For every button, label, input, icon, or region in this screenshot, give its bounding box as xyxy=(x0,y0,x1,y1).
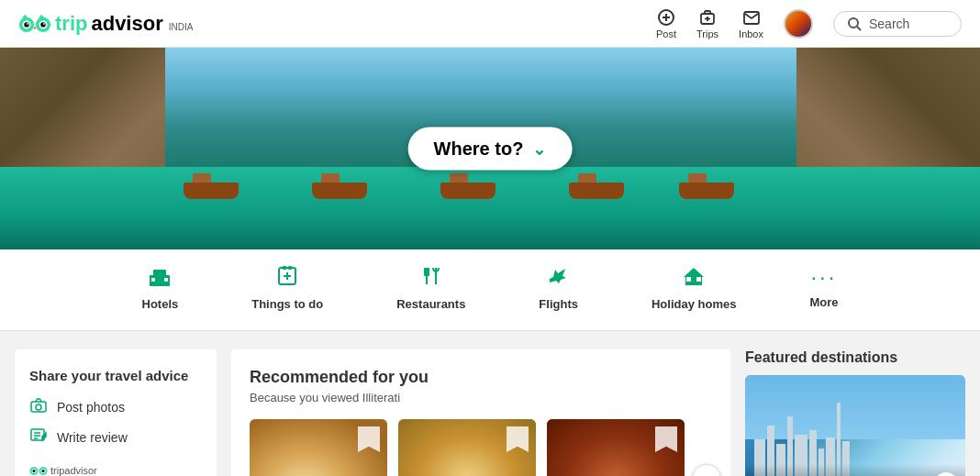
featured-title: Featured destinations xyxy=(745,349,965,366)
sidebar-title: Share your travel advice xyxy=(29,368,202,383)
write-review-item[interactable]: Write review xyxy=(29,428,202,446)
flights-label: Flights xyxy=(539,297,578,311)
rec-card-1[interactable] xyxy=(250,419,387,476)
svg-rect-32 xyxy=(691,279,696,285)
logo-trip: trip xyxy=(55,12,87,36)
plus-circle-icon xyxy=(657,8,675,27)
write-review-label: Write review xyxy=(57,430,128,445)
svg-rect-27 xyxy=(288,266,292,270)
nav-cat-flights[interactable]: Flights xyxy=(502,249,615,330)
featured-card-label: Dubai, United Arab Emirates xyxy=(745,464,965,476)
logo-area: tripadvisor INDIA xyxy=(18,12,193,36)
flights-icon xyxy=(547,266,571,290)
post-label: Post xyxy=(656,28,676,39)
logo-india: INDIA xyxy=(169,22,194,36)
holiday-homes-icon xyxy=(682,266,706,290)
rec-cards-container: › xyxy=(250,419,712,476)
recommended-title: Recommended for you xyxy=(250,368,712,387)
svg-rect-26 xyxy=(283,266,286,270)
suitcase-icon xyxy=(698,8,717,27)
nav-cat-things-to-do[interactable]: Things to do xyxy=(215,249,360,330)
where-to-label: Where to? xyxy=(434,138,524,160)
post-button[interactable]: Post xyxy=(656,8,676,39)
search-placeholder: Search xyxy=(869,17,909,31)
bottom-logo: tripadvisor xyxy=(29,464,202,476)
nav-cat-hotels[interactable]: Hotels xyxy=(106,249,216,330)
sidebar-left: Share your travel advice Post photos xyxy=(15,349,217,476)
trips-button[interactable]: Trips xyxy=(696,8,718,39)
svg-point-46 xyxy=(33,470,36,472)
boat-4 xyxy=(569,183,624,199)
boat-1 xyxy=(184,183,239,199)
tripadvisor-owl-icon xyxy=(18,13,51,35)
svg-marker-8 xyxy=(22,15,28,18)
boat-2 xyxy=(312,183,367,199)
recommended-subtitle: Because you viewed Illiterati xyxy=(250,391,712,404)
trips-label: Trips xyxy=(696,28,718,39)
things-to-do-label: Things to do xyxy=(251,297,323,311)
nav-cat-holiday-homes[interactable]: Holiday homes xyxy=(615,249,773,330)
camera-icon xyxy=(29,398,48,415)
svg-rect-23 xyxy=(151,278,155,282)
bottom-logo-text: tripadvisor xyxy=(50,465,97,476)
inbox-icon xyxy=(742,8,761,27)
svg-rect-33 xyxy=(686,277,691,282)
logo-advisor: advisor xyxy=(91,12,162,36)
svg-point-18 xyxy=(849,18,858,28)
restaurants-icon xyxy=(419,266,443,290)
pencil-icon xyxy=(29,428,48,446)
hero-section: Where to? ⌄ xyxy=(0,48,980,249)
svg-marker-9 xyxy=(39,15,45,18)
water xyxy=(0,167,980,249)
nav-cat-restaurants[interactable]: Restaurants xyxy=(360,249,502,330)
svg-point-47 xyxy=(42,470,45,472)
search-box[interactable]: Search xyxy=(833,11,962,37)
things-to-do-icon xyxy=(275,266,299,290)
header-actions: Post Trips Inbox Search xyxy=(656,8,962,39)
avatar[interactable] xyxy=(784,9,813,39)
more-icon: ··· xyxy=(810,266,837,288)
header: tripadvisor INDIA Post Trips xyxy=(0,0,980,48)
svg-point-36 xyxy=(36,404,41,410)
restaurants-label: Restaurants xyxy=(396,297,465,311)
boat-5 xyxy=(679,183,734,199)
rec-card-2[interactable] xyxy=(398,419,536,476)
svg-rect-22 xyxy=(157,279,162,286)
svg-marker-41 xyxy=(42,433,46,440)
chevron-down-icon: ⌄ xyxy=(532,138,546,159)
featured-card[interactable]: Dubai, United Arab Emirates ⊕ xyxy=(745,375,965,476)
svg-rect-34 xyxy=(696,277,701,282)
svg-line-19 xyxy=(857,27,861,30)
hotels-icon xyxy=(148,266,172,290)
search-icon xyxy=(847,17,862,31)
holiday-homes-label: Holiday homes xyxy=(651,297,736,311)
svg-rect-21 xyxy=(153,270,166,277)
post-photos-item[interactable]: Post photos xyxy=(29,398,202,415)
where-to-button[interactable]: Where to? ⌄ xyxy=(408,127,573,171)
nav-categories: Hotels Things to do Restaurants xyxy=(0,249,980,331)
where-to-wrapper: Where to? ⌄ xyxy=(408,127,573,171)
svg-point-7 xyxy=(43,23,45,25)
sidebar-right: Featured destinations Dubai, United Arab… xyxy=(745,349,965,476)
post-photos-label: Post photos xyxy=(57,400,125,415)
inbox-label: Inbox xyxy=(739,28,763,39)
svg-point-6 xyxy=(27,23,28,25)
main-content: Share your travel advice Post photos xyxy=(0,331,980,476)
svg-point-5 xyxy=(40,22,45,27)
boat-3 xyxy=(440,183,496,199)
nav-cat-more[interactable]: ··· More xyxy=(773,249,874,330)
svg-rect-24 xyxy=(164,278,168,282)
inbox-button[interactable]: Inbox xyxy=(739,8,763,39)
hotels-label: Hotels xyxy=(142,297,179,311)
next-arrow-button[interactable]: › xyxy=(692,464,721,476)
recommended-section: Recommended for you Because you viewed I… xyxy=(231,349,730,476)
more-label: More xyxy=(809,295,838,309)
rec-card-3[interactable] xyxy=(547,419,685,476)
svg-point-4 xyxy=(24,22,28,27)
